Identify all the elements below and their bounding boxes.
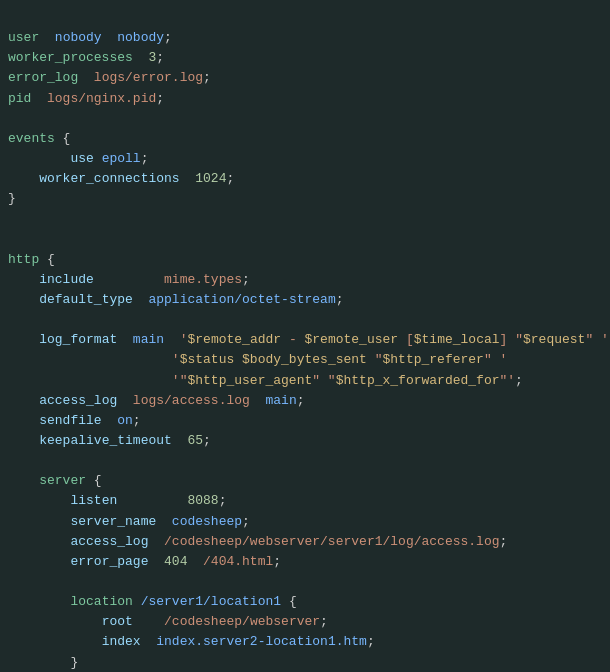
line-20: sendfile on; [8,413,141,428]
line-3: error_log logs/error.log; [8,70,211,85]
line-25: server_name codesheep; [8,514,250,529]
line-19: access_log logs/access.log main; [8,393,305,408]
line-29: location /server1/location1 { [8,594,297,609]
line-32: } [8,655,78,670]
line-8: worker_connections 1024; [8,171,234,186]
line-9: } [8,191,16,206]
code-editor: user nobody nobody; worker_processes 3; … [0,0,610,672]
line-31: index index.server2-location1.htm; [8,634,375,649]
line-6: events { [8,131,70,146]
line-16: log_format main '$remote_addr - $remote_… [8,332,609,347]
line-27: error_page 404 /404.html; [8,554,281,569]
line-2: worker_processes 3; [8,50,164,65]
line-7: use epoll; [8,151,148,166]
line-1: user nobody nobody; [8,30,172,45]
line-18: '"$http_user_agent" "$http_x_forwarded_f… [8,373,523,388]
line-26: access_log /codesheep/webserver/server1/… [8,534,507,549]
line-30: root /codesheep/webserver; [8,614,328,629]
line-24: listen 8088; [8,493,226,508]
line-13: include mime.types; [8,272,250,287]
line-14: default_type application/octet-stream; [8,292,344,307]
line-17: '$status $body_bytes_sent "$http_referer… [8,352,507,367]
line-21: keepalive_timeout 65; [8,433,211,448]
line-12: http { [8,252,55,267]
line-23: server { [8,473,102,488]
line-4: pid logs/nginx.pid; [8,91,164,106]
